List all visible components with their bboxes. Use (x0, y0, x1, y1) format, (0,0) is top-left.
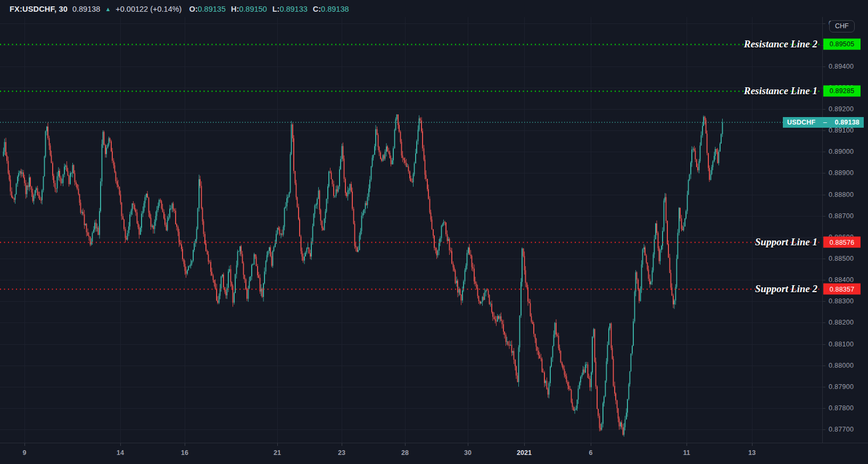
price-tick-mark (823, 344, 825, 345)
price-tick-mark (823, 23, 825, 24)
resistance-label[interactable]: Resistance Line 1 (744, 85, 817, 97)
time-tick-mark (185, 443, 185, 446)
time-label: 30 (464, 449, 472, 457)
support-price-badge: 0.88576 (823, 237, 861, 248)
price-tick-label: 0.88200 (829, 319, 854, 326)
price-tick-mark (823, 216, 825, 217)
legend-bar: FX:USDCHF, 30 0.89138 ▲ +0.00122 (+0.14%… (10, 3, 349, 15)
price-tick-mark (823, 322, 825, 323)
price-tick-label: 0.89400 (829, 63, 854, 70)
time-label: 11 (683, 449, 690, 457)
price-tick-mark (823, 301, 825, 302)
time-label: 16 (181, 449, 188, 457)
price-tick-mark (823, 67, 825, 67)
resistance-price-badge: 0.89285 (823, 85, 861, 96)
resistance-price-badge: 0.89505 (823, 38, 861, 49)
time-label: 23 (338, 449, 345, 457)
price-tick-mark (823, 366, 825, 366)
time-label: 6 (589, 449, 593, 457)
price-change: +0.00122 (+0.14%) (115, 5, 181, 13)
time-label: 9 (23, 449, 27, 457)
time-axis[interactable]: 9141621232830202161113 (0, 443, 868, 464)
price-tick-mark (823, 173, 825, 173)
price-tick-label: 0.88500 (829, 255, 854, 262)
time-label: 21 (274, 449, 281, 457)
time-tick-mark (277, 443, 278, 446)
last-price: 0.89138 (72, 5, 100, 13)
price-tick-mark (823, 387, 825, 387)
candle-wicks-down (6, 114, 718, 436)
support-label[interactable]: Support Line 2 (755, 283, 817, 295)
time-label: 2021 (517, 449, 532, 457)
price-tick-label: 0.88300 (829, 297, 854, 305)
time-tick-mark (524, 443, 525, 446)
up-triangle-icon: ▲ (105, 6, 111, 12)
time-tick-mark (687, 443, 687, 446)
time-tick-mark (24, 443, 25, 446)
price-tick-mark (823, 195, 825, 195)
price-tick-label: 0.89200 (829, 105, 854, 113)
price-tick-mark (823, 280, 825, 280)
time-label: 28 (401, 449, 409, 457)
price-tick-label: 0.88100 (829, 341, 854, 348)
high-value: H:0.89150 (231, 5, 267, 13)
price-axis[interactable]: 0.896000.895000.894000.893000.892000.891… (822, 17, 868, 443)
price-tick-label: 0.88400 (829, 276, 854, 284)
price-tick-mark (823, 130, 825, 131)
time-tick-mark (342, 443, 342, 446)
support-price-badge: 0.88357 (823, 284, 861, 295)
time-tick-mark (405, 443, 406, 446)
price-tick-label: 0.87800 (829, 404, 854, 412)
current-price-tag[interactable]: USDCHF–0.89138 (783, 117, 864, 128)
low-value: L:0.89133 (272, 5, 308, 13)
open-value: O:0.89135 (189, 5, 226, 13)
current-price-symbol: USDCHF (787, 119, 815, 126)
price-tick-label: 0.88900 (829, 169, 854, 177)
price-tick-label: 0.88700 (829, 212, 854, 220)
trading-chart-window: FX:USDCHF, 30 0.89138 ▲ +0.00122 (+0.14%… (0, 0, 868, 464)
time-tick-mark (468, 443, 468, 446)
time-tick-mark (120, 443, 121, 446)
price-tick-label: 0.88000 (829, 362, 854, 369)
price-tick-mark (823, 259, 825, 259)
time-tick-mark (752, 443, 753, 446)
candle-bodies-down (6, 114, 718, 435)
tag-dash: – (823, 119, 827, 126)
price-tick-label: 0.87900 (829, 383, 854, 391)
ohlc-readout: O:0.89135 H:0.89150 L:0.89133 C:0.89138 (189, 5, 349, 13)
price-tick-mark (823, 429, 825, 430)
close-value: C:0.89138 (313, 5, 349, 13)
currency-badge[interactable]: CHF (829, 20, 855, 32)
current-price-value: 0.89138 (834, 119, 859, 126)
price-tick-mark (823, 408, 825, 409)
price-tick-label: 0.89000 (829, 148, 854, 155)
candlestick-canvas (0, 17, 822, 443)
price-tick-mark (823, 152, 825, 152)
time-tick-mark (591, 443, 591, 446)
symbol-interval[interactable]: FX:USDCHF, 30 (10, 5, 68, 13)
price-tick-label: 0.89100 (829, 127, 854, 134)
time-label: 13 (748, 449, 756, 457)
resistance-label[interactable]: Resistance Line 2 (744, 38, 817, 50)
time-label: 14 (117, 449, 124, 457)
support-label[interactable]: Support Line 1 (755, 236, 817, 248)
price-tick-label: 0.88800 (829, 191, 854, 198)
price-tick-mark (823, 109, 825, 110)
price-tick-label: 0.87700 (829, 426, 854, 433)
chart-plot[interactable]: Resistance Line 2Resistance Line 1Suppor… (0, 17, 822, 443)
